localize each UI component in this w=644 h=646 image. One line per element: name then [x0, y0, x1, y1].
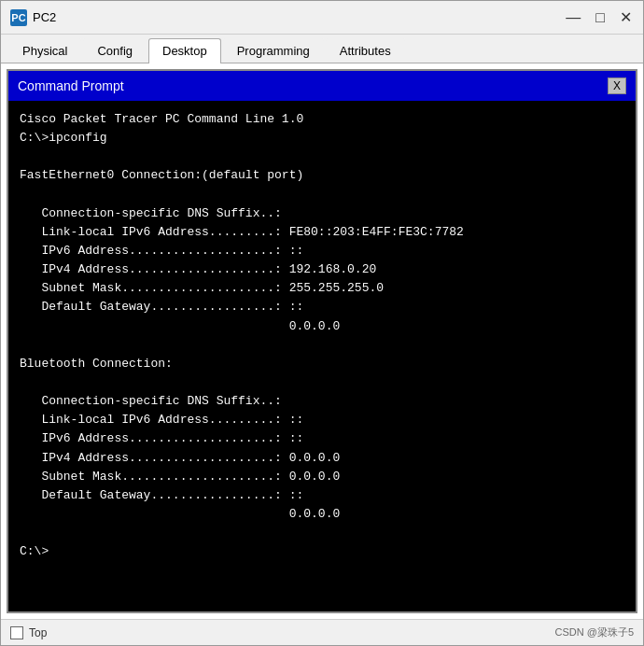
- window-title: PC2: [33, 10, 56, 24]
- tab-bar: Physical Config Desktop Programming Attr…: [1, 35, 643, 63]
- status-bar: Top CSDN @梁珠子5: [1, 619, 643, 645]
- cmd-title-text: Command Prompt: [18, 78, 124, 93]
- app-icon: PC: [10, 9, 27, 26]
- terminal-output: Cisco Packet Tracer PC Command Line 1.0 …: [20, 110, 624, 561]
- cmd-close-button[interactable]: X: [608, 77, 626, 94]
- top-label: Top: [29, 626, 47, 639]
- tab-physical[interactable]: Physical: [8, 38, 81, 63]
- watermark: CSDN @梁珠子5: [554, 625, 634, 639]
- main-window: PC PC2 — □ ✕ Physical Config Desktop Pro…: [0, 0, 644, 646]
- tab-attributes[interactable]: Attributes: [326, 38, 405, 63]
- close-button[interactable]: ✕: [618, 10, 634, 25]
- window-controls: — □ ✕: [564, 10, 634, 25]
- minimize-button[interactable]: —: [564, 10, 582, 25]
- tab-desktop[interactable]: Desktop: [148, 38, 221, 63]
- terminal-body[interactable]: Cisco Packet Tracer PC Command Line 1.0 …: [8, 101, 636, 611]
- tab-programming[interactable]: Programming: [223, 38, 324, 63]
- tab-config[interactable]: Config: [83, 38, 147, 63]
- main-content: Command Prompt X Cisco Packet Tracer PC …: [1, 63, 643, 619]
- status-left: Top: [10, 626, 47, 639]
- title-bar: PC PC2 — □ ✕: [1, 1, 643, 35]
- maximize-button[interactable]: □: [594, 10, 607, 25]
- top-checkbox[interactable]: [10, 626, 23, 639]
- cmd-title-bar: Command Prompt X: [8, 71, 636, 101]
- command-prompt-window: Command Prompt X Cisco Packet Tracer PC …: [7, 69, 637, 613]
- title-bar-left: PC PC2: [10, 9, 56, 26]
